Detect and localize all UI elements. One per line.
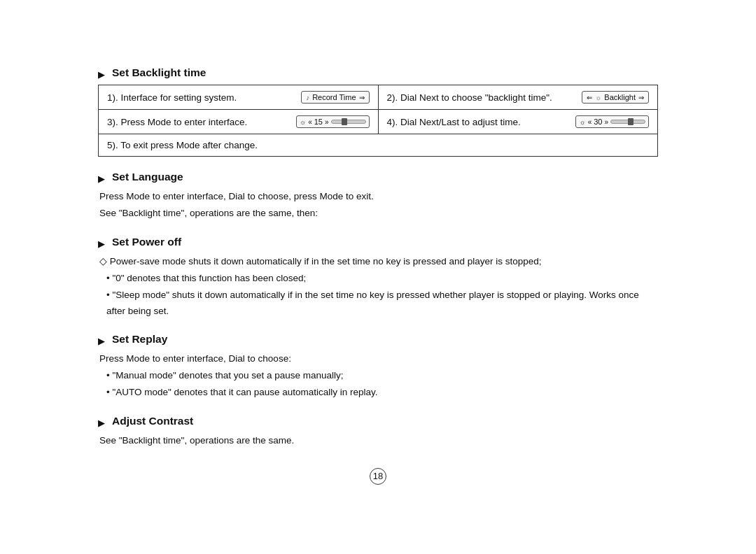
cell-1-left: 1). Interface for setting system. ♪ Reco… xyxy=(99,85,379,110)
backlight-table: 1). Interface for setting system. ♪ Reco… xyxy=(98,85,658,157)
page-number: 18 xyxy=(370,468,386,485)
arrow-icon-3 xyxy=(98,237,108,247)
arrow-icon xyxy=(98,68,108,78)
poweroff-line1: ◇ Power-save mode shuts it down automati… xyxy=(99,254,658,269)
slider-arrows2-left: « xyxy=(588,118,592,126)
contrast-line1: See "Backlight time", operations are the… xyxy=(99,433,658,448)
cell-full: 5). To exit press Mode after change. xyxy=(99,134,658,157)
language-line1: Press Mode to enter interface, Dial to c… xyxy=(99,189,658,204)
slider-val-15: 15 xyxy=(314,118,323,126)
slider-track-30 xyxy=(610,120,645,124)
slider-val-30: 30 xyxy=(594,118,602,126)
contrast-body: See "Backlight time", operations are the… xyxy=(99,433,658,448)
slider-arrows-left: « xyxy=(308,118,312,126)
table-row-3: 5). To exit press Mode after change. xyxy=(99,134,658,157)
cell-2-right: 4). Dial Next/Last to adjust time. ☼ « 3… xyxy=(378,110,658,134)
poweroff-line3: • "Sleep mode" shuts it down automatical… xyxy=(106,287,658,319)
page-container: Set Backlight time 1). Interface for set… xyxy=(70,41,686,513)
slider-30: ☼ « 30 » xyxy=(575,115,649,128)
cell-1-right: 2). Dial Next to choose "backlight time"… xyxy=(378,85,658,110)
replay-line3: • "AUTO mode" denotes that it can pause … xyxy=(106,385,658,400)
replay-line2: • "Manual mode" denotes that you set a p… xyxy=(106,368,658,383)
cell-full-text: 5). To exit press Mode after change. xyxy=(107,140,258,150)
slider-track-15 xyxy=(331,120,366,124)
section-backlight-heading: Set Backlight time xyxy=(98,66,658,79)
language-title: Set Language xyxy=(112,171,183,183)
table-row-1: 1). Interface for setting system. ♪ Reco… xyxy=(99,85,658,110)
language-line2: See "Backlight time", operations are the… xyxy=(99,206,658,221)
slider-arrows2-right: » xyxy=(604,118,608,126)
record-time-icon: ♪ xyxy=(306,94,309,101)
language-body: Press Mode to enter interface, Dial to c… xyxy=(99,189,658,222)
replay-title: Set Replay xyxy=(112,333,167,346)
slider-icon-right: ☼ xyxy=(579,118,585,126)
arrow-icon-2 xyxy=(98,172,108,182)
slider-icon-left: ☼ xyxy=(300,118,306,126)
table-row-2: 3). Press Mode to enter interface. ☼ « 1… xyxy=(99,110,658,134)
replay-line1: Press Mode to enter interface, Dial to c… xyxy=(99,351,658,367)
record-time-btn: ♪ Record Time ⇒ xyxy=(301,91,369,104)
section-language-heading: Set Language xyxy=(98,171,658,183)
page-number-area: 18 xyxy=(98,468,658,485)
contrast-title: Adjust Contrast xyxy=(112,415,193,427)
btn-arrow: ⇒ xyxy=(359,94,365,101)
cell-2-left-text: 3). Press Mode to enter interface. xyxy=(107,117,289,127)
section-poweroff-heading: Set Power off xyxy=(98,236,658,248)
cell-2-left: 3). Press Mode to enter interface. ☼ « 1… xyxy=(99,110,379,134)
cell-1-right-text: 2). Dial Next to choose "backlight time"… xyxy=(387,92,575,103)
arrow-icon-5 xyxy=(98,416,108,426)
section-replay-heading: Set Replay xyxy=(98,333,658,346)
backlight-icon: ☼ xyxy=(595,94,601,101)
slider-15: ☼ « 15 » xyxy=(296,115,370,128)
poweroff-title: Set Power off xyxy=(112,236,181,248)
backlight-title: Set Backlight time xyxy=(112,66,206,79)
poweroff-line2: • "0" denotes that this function has bee… xyxy=(106,271,658,286)
section-contrast-heading: Adjust Contrast xyxy=(98,415,658,427)
arrow-icon-4 xyxy=(98,334,108,344)
poweroff-body: ◇ Power-save mode shuts it down automati… xyxy=(99,254,658,319)
backlight-label: Backlight xyxy=(604,93,636,101)
backlight-btn: ⇐ ☼ Backlight ⇒ xyxy=(582,91,649,104)
slider-arrows-right: » xyxy=(325,118,329,126)
btn-left-arrow: ⇐ xyxy=(587,94,592,101)
cell-1-left-text: 1). Interface for setting system. xyxy=(107,92,294,103)
btn-right-arrow: ⇒ xyxy=(638,94,644,101)
cell-2-right-text: 4). Dial Next/Last to adjust time. xyxy=(387,117,569,127)
record-time-label: Record Time xyxy=(312,93,356,101)
slider-thumb-30 xyxy=(628,118,634,125)
replay-body: Press Mode to enter interface, Dial to c… xyxy=(99,351,658,401)
slider-thumb-15 xyxy=(342,118,347,125)
